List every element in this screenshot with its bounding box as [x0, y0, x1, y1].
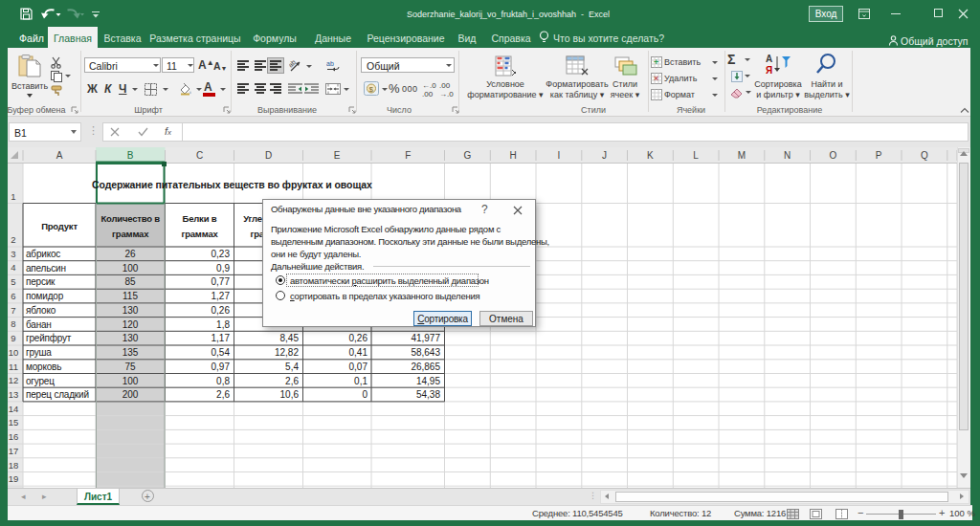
svg-text:ab: ab — [326, 60, 334, 67]
svg-text:ab: ab — [289, 58, 297, 69]
svg-text:Я: Я — [766, 65, 772, 76]
svg-text:$: $ — [369, 85, 374, 94]
svg-text:А: А — [766, 54, 772, 64]
svg-text:×: × — [654, 74, 658, 83]
svg-text:+: + — [654, 57, 658, 67]
